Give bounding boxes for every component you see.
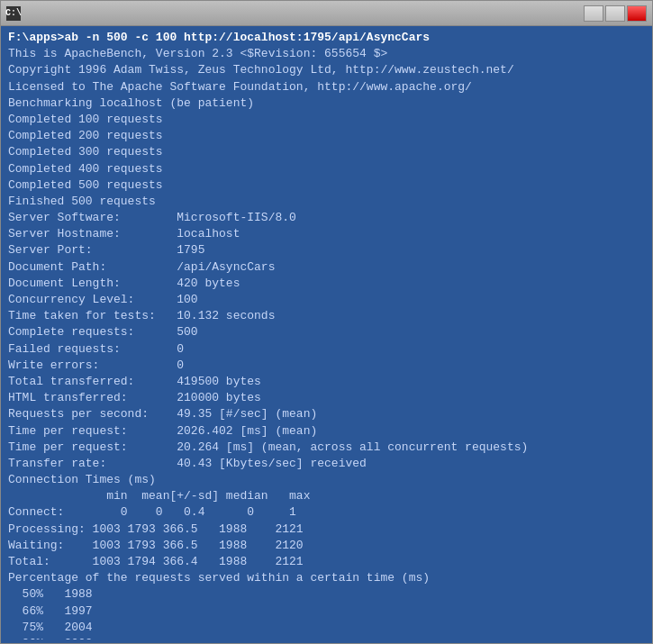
terminal-line: Concurrency Level: 100	[8, 292, 634, 308]
close-button[interactable]	[627, 5, 647, 22]
terminal-line: Completed 200 requests	[8, 128, 634, 144]
title-bar-left: C:\	[6, 6, 24, 21]
terminal-line: Write errors: 0	[8, 358, 634, 374]
window-controls	[584, 5, 647, 22]
title-bar: C:\	[1, 1, 652, 26]
terminal-line: Benchmarking localhost (be patient)	[8, 95, 634, 112]
terminal-line: 50% 1988	[8, 586, 634, 603]
terminal-line: Complete requests: 500	[8, 324, 634, 340]
minimize-button[interactable]	[584, 5, 603, 22]
terminal-line: Finished 500 requests	[8, 194, 634, 210]
terminal-line: Time per request: 20.264 [ms] (mean, acr…	[8, 440, 634, 456]
terminal-line: 66% 1997	[8, 603, 634, 620]
terminal-line: HTML transferred: 210000 bytes	[8, 390, 634, 406]
terminal-line: Requests per second: 49.35 [#/sec] (mean…	[8, 406, 634, 422]
command-prompt-window: C:\ F:\apps>ab -n 500 -c 100 http://loca…	[0, 0, 653, 644]
terminal-line: Completed 400 requests	[8, 161, 634, 177]
terminal-line: Connect: 0 0 0.4 0 1	[8, 504, 634, 521]
terminal-line: Waiting: 1003 1793 366.5 1988 2120	[8, 538, 634, 554]
terminal-line: Licensed to The Apache Software Foundati…	[8, 79, 634, 95]
terminal-line: Document Path: /api/AsyncCars	[8, 259, 634, 276]
terminal-line: Time per request: 2026.402 [ms] (mean)	[8, 423, 634, 440]
terminal-line: min mean[+/-sd] median max	[8, 488, 634, 504]
terminal-line: Transfer rate: 40.43 [Kbytes/sec] receiv…	[8, 456, 634, 472]
terminal-line: Copyright 1996 Adam Twiss, Zeus Technolo…	[8, 62, 634, 78]
terminal-line: Completed 300 requests	[8, 144, 634, 160]
terminal-line: Time taken for tests: 10.132 seconds	[8, 308, 634, 324]
terminal-line: Document Length: 420 bytes	[8, 276, 634, 292]
terminal-line: Server Port: 1795	[8, 242, 634, 259]
terminal-line: Completed 100 requests	[8, 112, 634, 128]
terminal-line: Total: 1003 1794 366.4 1988 2121	[8, 554, 634, 570]
cmd-icon-text: C:\	[5, 8, 22, 18]
terminal-body: F:\apps>ab -n 500 -c 100 http://localhos…	[1, 26, 652, 643]
terminal-line: Server Software: Microsoft-IIS/8.0	[8, 210, 634, 226]
terminal-content[interactable]: F:\apps>ab -n 500 -c 100 http://localhos…	[8, 30, 634, 639]
terminal-line: Processing: 1003 1793 366.5 1988 2121	[8, 522, 634, 538]
terminal-line: 80% 2008	[8, 636, 634, 639]
terminal-line: Server Hostname: localhost	[8, 226, 634, 242]
terminal-line: Total transferred: 419500 bytes	[8, 374, 634, 390]
cmd-icon: C:\	[6, 6, 21, 21]
terminal-line: This is ApacheBench, Version 2.3 <$Revis…	[8, 46, 634, 62]
terminal-line: Connection Times (ms)	[8, 472, 634, 488]
terminal-line: 75% 2004	[8, 620, 634, 636]
maximize-button[interactable]	[605, 5, 625, 22]
terminal-line: F:\apps>ab -n 500 -c 100 http://localhos…	[8, 30, 634, 46]
terminal-line: Failed requests: 0	[8, 341, 634, 358]
terminal-line: Percentage of the requests served within…	[8, 570, 634, 586]
terminal-line: Completed 500 requests	[8, 177, 634, 194]
